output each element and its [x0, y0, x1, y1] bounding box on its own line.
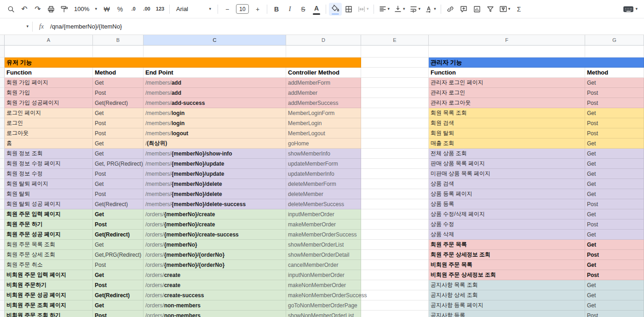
cell-empty[interactable]	[361, 88, 429, 98]
cell-method[interactable]: Post	[93, 280, 144, 290]
cell-method[interactable]: Post	[93, 118, 144, 128]
row-header[interactable]	[0, 128, 5, 138]
cell-method[interactable]: Get	[93, 138, 144, 149]
cell-function[interactable]: 전체 상품 조회	[429, 149, 585, 159]
cell-method[interactable]: Get	[93, 78, 144, 88]
cell-method[interactable]: Get	[585, 108, 644, 118]
cell-empty[interactable]	[361, 46, 429, 58]
cell-function[interactable]: 매출 조회	[429, 138, 585, 149]
decrease-decimal-places-button[interactable]: .0	[127, 3, 140, 16]
cell-endpoint[interactable]: /orders/create	[144, 270, 286, 280]
cell-method[interactable]: Get	[585, 280, 644, 290]
row-header[interactable]	[0, 88, 5, 98]
cell-endpoint[interactable]: /orders/non-members	[144, 300, 286, 311]
insert-chart-button[interactable]	[471, 3, 483, 16]
vertical-align-button[interactable]: ▾	[392, 3, 407, 16]
grid-corner[interactable]	[0, 35, 5, 45]
cell-empty[interactable]	[361, 58, 429, 68]
cell-endpoint[interactable]: /orders/non-members	[144, 311, 286, 317]
cell-method[interactable]: Get(Redirect)	[93, 199, 144, 209]
strikethrough-button[interactable]: S	[297, 3, 310, 16]
cell-empty[interactable]	[361, 300, 429, 311]
cell-controller[interactable]: deleteMemberSuccess	[286, 199, 361, 209]
cell-endpoint[interactable]: /members/{memberNo}/delete	[144, 179, 286, 189]
cell-empty[interactable]	[93, 46, 144, 58]
cell-method[interactable]: Get	[585, 209, 644, 219]
print-button[interactable]	[45, 3, 58, 16]
cell-endpoint[interactable]: /members/login	[144, 108, 286, 118]
input-tools-button[interactable]: ▾	[621, 3, 639, 16]
cell-function[interactable]: 비회원 주문하기	[5, 280, 93, 290]
cell-empty[interactable]	[361, 209, 429, 219]
cell-function[interactable]: 회원 주문 상세정보 조회	[429, 250, 585, 260]
cell-controller[interactable]: showMemberInfo	[286, 149, 361, 159]
borders-button[interactable]	[342, 3, 355, 16]
cell-controller[interactable]: goToNonMemberOrderPage	[286, 300, 361, 311]
cell-endpoint[interactable]: /orders/create-success	[144, 290, 286, 300]
cell-endpoint[interactable]: /members/logout	[144, 128, 286, 138]
cell-controller[interactable]: makeNonMemberOrderSuccess	[286, 290, 361, 300]
cell-endpoint[interactable]: /orders/{memberNo}/{orderNo}	[144, 260, 286, 270]
italic-button[interactable]: I	[283, 3, 296, 16]
column-header-F[interactable]: F	[429, 35, 585, 45]
zoom-button[interactable]: 100%▾	[71, 3, 100, 16]
cell-method[interactable]: Post	[585, 250, 644, 260]
row-header[interactable]	[0, 260, 5, 270]
bold-button[interactable]: B	[270, 3, 283, 16]
text-rotation-button[interactable]: ▾	[423, 3, 438, 16]
user-section-title[interactable]: 유저 기능	[5, 58, 361, 68]
cell-function[interactable]: 공지사항 목록 조회	[429, 280, 585, 290]
increase-font-size-button[interactable]: +	[251, 3, 264, 16]
cell-endpoint[interactable]: /members/add	[144, 78, 286, 88]
cell-function[interactable]: 관리자 로그인 페이지	[429, 78, 585, 88]
cell-method[interactable]: Get(Redirect)	[93, 98, 144, 108]
cell-empty[interactable]	[286, 46, 361, 58]
cell-function[interactable]: 회원 가입 성공페이지	[5, 98, 93, 108]
cell-method[interactable]: Get	[93, 209, 144, 219]
cell-method[interactable]: Get(Redirect)	[93, 230, 144, 240]
paint-format-button[interactable]	[58, 3, 71, 16]
cell-method[interactable]: Post	[585, 199, 644, 209]
cell-method[interactable]: Get	[585, 169, 644, 179]
cell-empty[interactable]	[361, 179, 429, 189]
cell-endpoint[interactable]: /orders/{memberNo}/create	[144, 219, 286, 230]
cell-controller[interactable]: showMemberOrderDetail	[286, 250, 361, 260]
cell-controller[interactable]: updateMemberInfo	[286, 169, 361, 179]
font-family-button[interactable]: Arial▾	[172, 3, 215, 16]
cell-method[interactable]: Get,PRG(Redirect)	[93, 250, 144, 260]
cell-controller[interactable]: inputNonMemberOrder	[286, 270, 361, 280]
column-title[interactable]: End Point	[144, 68, 286, 78]
merge-cells-button[interactable]: ▾	[356, 3, 371, 16]
cell-method[interactable]: Post	[93, 260, 144, 270]
insert-comment-button[interactable]	[457, 3, 470, 16]
cell-function[interactable]: 로그아웃	[5, 128, 93, 138]
text-wrap-button[interactable]: ▾	[408, 3, 423, 16]
cell-method[interactable]: Get	[585, 149, 644, 159]
cell-function[interactable]: 회원 정보 조회	[5, 149, 93, 159]
cell-controller[interactable]: showMemberOrderList	[286, 240, 361, 250]
cell-function[interactable]: 회원 탈퇴	[5, 189, 93, 199]
cell-controller[interactable]: showNonMemberOrderList	[286, 311, 361, 317]
cell-empty[interactable]	[361, 290, 429, 300]
row-header[interactable]	[0, 118, 5, 128]
cell-method[interactable]: Post	[93, 169, 144, 179]
cell-function[interactable]: 비회원 주문 상세정보 조회	[429, 270, 585, 280]
row-header[interactable]	[0, 149, 5, 159]
cell-function[interactable]: 회원 주문 입력 페이지	[5, 209, 93, 219]
cell-function[interactable]: 상품 검색	[429, 179, 585, 189]
cell-empty[interactable]	[361, 311, 429, 317]
cell-function[interactable]: 상품 삭제	[429, 230, 585, 240]
row-header[interactable]	[0, 179, 5, 189]
cell-method[interactable]: Get	[585, 138, 644, 149]
cell-method[interactable]: Get	[585, 189, 644, 199]
cell-empty[interactable]	[361, 98, 429, 108]
column-title[interactable]: Method	[93, 68, 144, 78]
row-header[interactable]	[0, 189, 5, 199]
text-color-button[interactable]: A	[310, 3, 323, 16]
cell-empty[interactable]	[361, 78, 429, 88]
cell-controller[interactable]: addMemberSuccess	[286, 98, 361, 108]
cell-function[interactable]: 판매 상품 목록 페이지	[429, 159, 585, 169]
cell-empty[interactable]	[361, 240, 429, 250]
cell-function[interactable]: 회원 검색	[429, 118, 585, 128]
undo-button[interactable]: ↶	[18, 3, 31, 16]
